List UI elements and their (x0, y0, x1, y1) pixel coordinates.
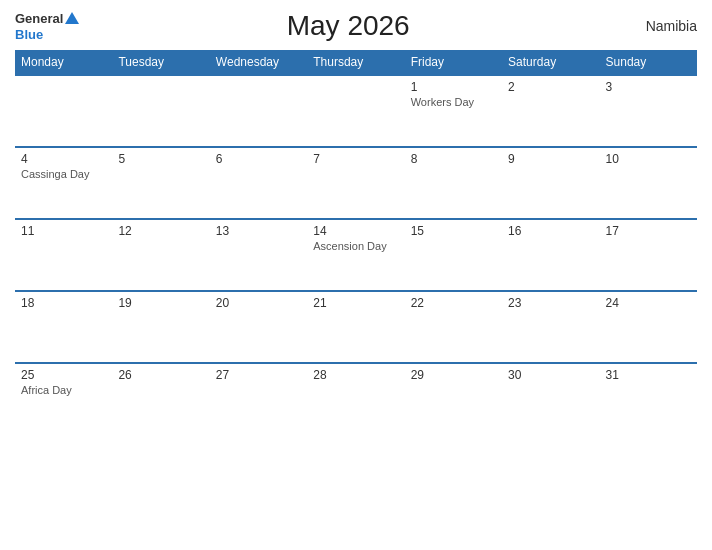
day-number: 2 (508, 80, 593, 94)
calendar-cell: 15 (405, 219, 502, 291)
calendar-cell: 10 (600, 147, 697, 219)
calendar-cell: 16 (502, 219, 599, 291)
calendar-cell: 4Cassinga Day (15, 147, 112, 219)
calendar-week-row: 25Africa Day262728293031 (15, 363, 697, 435)
calendar-page: General Blue May 2026 Namibia Monday Tue… (0, 0, 712, 550)
calendar-cell: 1Workers Day (405, 75, 502, 147)
calendar-cell: 17 (600, 219, 697, 291)
calendar-cell: 12 (112, 219, 209, 291)
day-number: 25 (21, 368, 106, 382)
day-number: 10 (606, 152, 691, 166)
calendar-cell: 29 (405, 363, 502, 435)
header-friday: Friday (405, 50, 502, 75)
day-number: 26 (118, 368, 203, 382)
header-tuesday: Tuesday (112, 50, 209, 75)
day-number: 1 (411, 80, 496, 94)
day-number: 12 (118, 224, 203, 238)
header-wednesday: Wednesday (210, 50, 307, 75)
calendar-cell: 21 (307, 291, 404, 363)
calendar-cell: 25Africa Day (15, 363, 112, 435)
calendar-cell: 31 (600, 363, 697, 435)
calendar-cell: 2 (502, 75, 599, 147)
day-number: 28 (313, 368, 398, 382)
logo: General Blue (15, 10, 79, 42)
calendar-cell: 13 (210, 219, 307, 291)
day-number: 23 (508, 296, 593, 310)
calendar-cell (15, 75, 112, 147)
calendar-cell: 6 (210, 147, 307, 219)
day-number: 9 (508, 152, 593, 166)
day-number: 29 (411, 368, 496, 382)
day-number: 17 (606, 224, 691, 238)
day-number: 22 (411, 296, 496, 310)
holiday-label: Workers Day (411, 96, 496, 108)
calendar-cell: 9 (502, 147, 599, 219)
calendar-week-row: 4Cassinga Day5678910 (15, 147, 697, 219)
holiday-label: Africa Day (21, 384, 106, 396)
calendar-cell: 20 (210, 291, 307, 363)
calendar-week-row: 1Workers Day23 (15, 75, 697, 147)
calendar-cell: 30 (502, 363, 599, 435)
logo-blue: Blue (15, 27, 43, 42)
calendar-cell: 19 (112, 291, 209, 363)
day-number: 21 (313, 296, 398, 310)
calendar-cell: 22 (405, 291, 502, 363)
calendar-cell: 7 (307, 147, 404, 219)
day-number: 30 (508, 368, 593, 382)
header-saturday: Saturday (502, 50, 599, 75)
calendar-cell: 5 (112, 147, 209, 219)
calendar-cell: 3 (600, 75, 697, 147)
logo-text: General Blue (15, 10, 79, 42)
day-number: 13 (216, 224, 301, 238)
day-number: 3 (606, 80, 691, 94)
calendar-cell: 28 (307, 363, 404, 435)
day-number: 11 (21, 224, 106, 238)
day-number: 19 (118, 296, 203, 310)
calendar-title: May 2026 (79, 10, 617, 42)
calendar-cell (210, 75, 307, 147)
day-number: 15 (411, 224, 496, 238)
logo-triangle-icon (65, 12, 79, 24)
day-number: 6 (216, 152, 301, 166)
header-monday: Monday (15, 50, 112, 75)
calendar-cell: 18 (15, 291, 112, 363)
logo-general: General (15, 11, 63, 26)
day-number: 4 (21, 152, 106, 166)
calendar-cell: 23 (502, 291, 599, 363)
day-number: 24 (606, 296, 691, 310)
day-number: 8 (411, 152, 496, 166)
calendar-cell: 8 (405, 147, 502, 219)
calendar-table: Monday Tuesday Wednesday Thursday Friday… (15, 50, 697, 435)
day-number: 7 (313, 152, 398, 166)
holiday-label: Cassinga Day (21, 168, 106, 180)
header-thursday: Thursday (307, 50, 404, 75)
day-number: 14 (313, 224, 398, 238)
country-label: Namibia (617, 18, 697, 34)
calendar-cell: 11 (15, 219, 112, 291)
calendar-header-row: Monday Tuesday Wednesday Thursday Friday… (15, 50, 697, 75)
calendar-cell: 24 (600, 291, 697, 363)
calendar-week-row: 11121314Ascension Day151617 (15, 219, 697, 291)
calendar-cell: 26 (112, 363, 209, 435)
header: General Blue May 2026 Namibia (15, 10, 697, 42)
holiday-label: Ascension Day (313, 240, 398, 252)
calendar-cell (112, 75, 209, 147)
day-number: 16 (508, 224, 593, 238)
day-number: 20 (216, 296, 301, 310)
calendar-week-row: 18192021222324 (15, 291, 697, 363)
header-sunday: Sunday (600, 50, 697, 75)
day-number: 27 (216, 368, 301, 382)
day-number: 18 (21, 296, 106, 310)
calendar-cell: 14Ascension Day (307, 219, 404, 291)
calendar-cell: 27 (210, 363, 307, 435)
day-number: 31 (606, 368, 691, 382)
day-number: 5 (118, 152, 203, 166)
calendar-cell (307, 75, 404, 147)
